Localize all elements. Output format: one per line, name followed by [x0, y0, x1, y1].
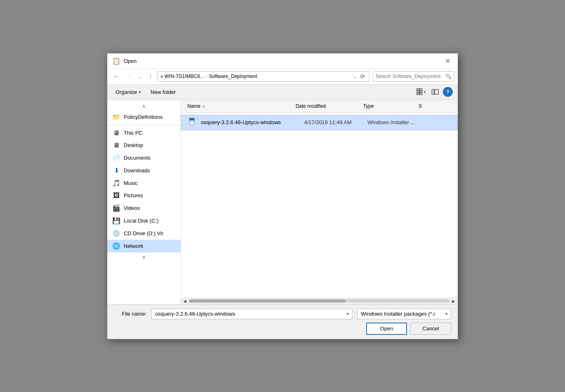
action-bar: Organize ▾ New folder ▾: [107, 85, 458, 100]
sidebar-item-pictures[interactable]: 🖼 Pictures: [107, 189, 180, 202]
svg-rect-2: [417, 91, 419, 93]
sidebar-item-cd-drive[interactable]: 💿 CD Drive (D:) Vir: [107, 227, 180, 240]
up-button[interactable]: ↑: [147, 71, 154, 81]
back-button[interactable]: ←: [111, 71, 121, 81]
sidebar-item-music[interactable]: 🎵 Music: [107, 177, 180, 189]
content-area: ∧ 📁 PolicyDefinitions 🖥 This PC 🖥 Deskto…: [107, 100, 458, 304]
horizontal-scrollbar[interactable]: ◀ ▶: [181, 298, 458, 304]
view-pane-button[interactable]: [430, 87, 440, 96]
svg-rect-7: [435, 89, 438, 94]
pc-icon: 🖥: [112, 129, 120, 137]
sidebar-item-downloads[interactable]: ⬇ Downloads: [107, 164, 180, 177]
address-path: « WIN-7G1IMBC8... › Software_Deployment: [160, 74, 352, 79]
pane-icon: [432, 88, 439, 96]
videos-icon: 🎬: [112, 204, 120, 212]
col-header-name[interactable]: Name ∧: [184, 100, 292, 113]
address-folder: Software_Deployment: [209, 74, 257, 79]
view-controls: ▾ ?: [415, 87, 453, 97]
search-input[interactable]: [376, 74, 445, 79]
file-type-value: Windows Installer packages (*.r: [361, 311, 445, 317]
col-header-size[interactable]: S: [415, 100, 454, 113]
dialog-title: Open: [124, 58, 442, 64]
new-folder-label: New folder: [151, 89, 176, 95]
sidebar-item-label: Documents: [124, 155, 151, 161]
sidebar-item-documents[interactable]: 📄 Documents: [107, 151, 180, 164]
sidebar-item-label: Music: [124, 180, 138, 186]
col-header-date[interactable]: Date modified: [292, 100, 360, 113]
file-name: osquery-3.2.6.48-Uptycs-windows: [201, 119, 301, 125]
address-dropdown-button[interactable]: ⌄: [352, 74, 358, 79]
sidebar-item-label: Pictures: [124, 192, 143, 198]
sidebar: ∧ 📁 PolicyDefinitions 🖥 This PC 🖥 Deskto…: [107, 100, 181, 304]
sidebar-item-local-disk[interactable]: 💾 Local Disk (C:): [107, 214, 180, 227]
documents-icon: 📄: [112, 154, 120, 162]
sidebar-item-network[interactable]: 🌐 Network: [107, 240, 180, 252]
svg-rect-5: [420, 93, 422, 95]
sidebar-item-desktop[interactable]: 🖥 Desktop: [107, 139, 180, 151]
view-dropdown-icon: ▾: [424, 90, 426, 94]
new-folder-button[interactable]: New folder: [147, 87, 179, 97]
cancel-button[interactable]: Cancel: [410, 323, 451, 335]
organize-dropdown-icon: ▾: [139, 90, 141, 94]
help-button[interactable]: ?: [443, 87, 453, 97]
sidebar-scroll-up[interactable]: ∧: [107, 102, 180, 111]
file-name-row: File name: osquery-3.2.6.48-Uptycs-windo…: [114, 309, 451, 319]
file-name-combo[interactable]: osquery-3.2.6.48-Uptycs-windows ▾: [151, 309, 352, 319]
sidebar-item-label: Videos: [124, 205, 140, 211]
file-type-dropdown-icon: ▾: [445, 312, 447, 316]
file-type: Windows Installer ...: [367, 119, 416, 125]
sidebar-item-label: Network: [124, 243, 143, 249]
file-icon: MSI: [188, 118, 198, 127]
action-buttons-row: Open Cancel: [114, 323, 451, 335]
sidebar-scroll-down[interactable]: ∨: [107, 252, 180, 261]
view-grid-button[interactable]: ▾: [415, 87, 427, 96]
col-header-type[interactable]: Type: [360, 100, 416, 113]
address-toolbar: ← → ⌄ ↑ « WIN-7G1IMBC8... › Software_Dep…: [107, 69, 458, 85]
sidebar-item-this-pc[interactable]: 🖥 This PC: [107, 127, 180, 139]
sidebar-item-label: Downloads: [124, 167, 150, 174]
organize-label: Organize: [116, 89, 137, 95]
search-button[interactable]: 🔍: [445, 74, 452, 79]
main-panel: Name ∧ Date modified Type S: [181, 100, 458, 304]
svg-rect-0: [417, 89, 419, 90]
scroll-right-button[interactable]: ▶: [451, 299, 456, 303]
dropdown-button[interactable]: ⌄: [135, 71, 145, 81]
open-button[interactable]: Open: [366, 323, 407, 335]
disk-icon: 💾: [112, 217, 120, 225]
scroll-track: [189, 299, 449, 303]
file-type-combo[interactable]: Windows Installer packages (*.r ▾: [357, 309, 451, 319]
sidebar-item-label: CD Drive (D:) Vir: [124, 230, 163, 236]
close-button[interactable]: ✕: [442, 56, 453, 66]
file-name-value: osquery-3.2.6.48-Uptycs-windows: [155, 311, 347, 317]
svg-text:MSI: MSI: [190, 120, 194, 123]
column-headers: Name ∧ Date modified Type S: [181, 100, 458, 113]
cd-icon: 💿: [112, 229, 120, 237]
file-date: 4/17/2019 11:49 AM: [304, 119, 364, 125]
sidebar-item-videos[interactable]: 🎬 Videos: [107, 202, 180, 214]
sidebar-item-label: PolicyDefinitions: [124, 114, 162, 120]
music-icon: 🎵: [112, 179, 120, 187]
msi-file-icon: MSI: [189, 118, 197, 126]
downloads-icon: ⬇: [112, 167, 120, 174]
refresh-button[interactable]: ⟳: [358, 73, 367, 80]
sidebar-divider: [107, 125, 180, 125]
sidebar-item-policy[interactable]: 📁 PolicyDefinitions: [107, 111, 180, 123]
svg-rect-3: [420, 91, 422, 93]
scroll-thumb: [189, 299, 345, 303]
file-name-dropdown-icon: ▾: [347, 312, 349, 316]
dialog-icon: 📋: [112, 57, 120, 65]
address-bar[interactable]: « WIN-7G1IMBC8... › Software_Deployment …: [158, 71, 369, 82]
svg-rect-6: [432, 89, 434, 94]
scroll-left-button[interactable]: ◀: [182, 299, 187, 303]
open-dialog: 📋 Open ✕ ← → ⌄ ↑ « WIN-7G1IMBC8... › Sof…: [107, 53, 458, 339]
svg-rect-4: [417, 93, 419, 95]
grid-icon: [416, 88, 424, 96]
table-row[interactable]: MSI osquery-3.2.6.48-Uptycs-windows 4/17…: [181, 115, 458, 130]
folder-icon: 📁: [112, 113, 120, 121]
search-bar[interactable]: 🔍: [373, 71, 454, 82]
bottom-bar: File name: osquery-3.2.6.48-Uptycs-windo…: [107, 304, 458, 339]
organize-button[interactable]: Organize ▾: [112, 87, 144, 97]
file-name-label: File name:: [114, 311, 147, 317]
sort-icon: ∧: [202, 104, 205, 109]
forward-button[interactable]: →: [123, 71, 133, 81]
